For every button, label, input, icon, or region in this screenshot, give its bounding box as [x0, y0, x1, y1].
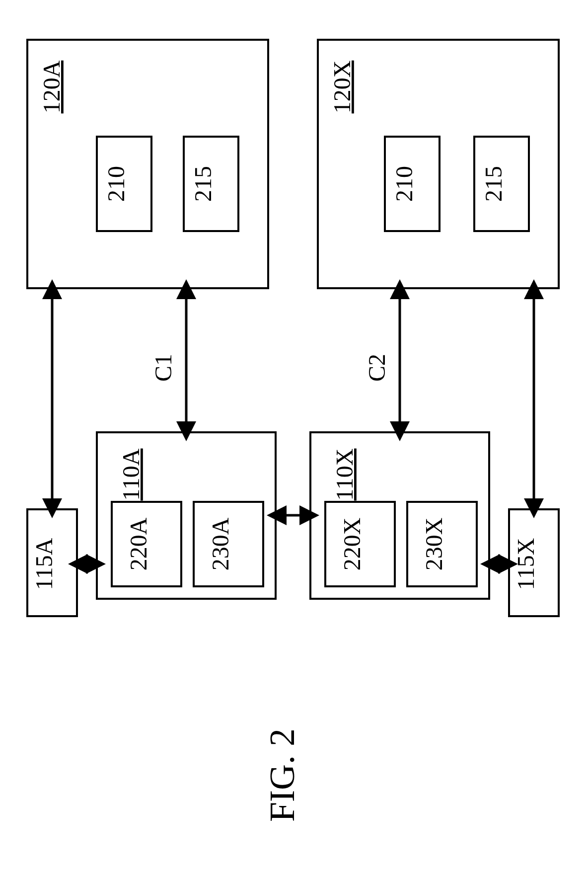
label-215-left: 215 — [190, 166, 216, 202]
label-c2: C2 — [364, 354, 390, 382]
label-210-left: 210 — [103, 166, 129, 202]
label-210-right: 210 — [391, 166, 417, 202]
label-230x: 230X — [421, 518, 447, 571]
label-115a: 115A — [31, 538, 57, 590]
label-220x: 220X — [339, 518, 365, 571]
label-230a: 230A — [207, 517, 233, 570]
label-215-right: 215 — [480, 166, 507, 202]
figure-label: FIG. 2 — [262, 728, 302, 822]
diagram: 120A 210 215 110A 220A 230A 115A C1 120X… — [0, 0, 588, 881]
label-110a: 110A — [118, 448, 144, 500]
label-120a: 120A — [38, 60, 65, 113]
label-220a: 220A — [125, 517, 151, 570]
label-115x: 115X — [513, 538, 539, 590]
label-120x: 120X — [329, 61, 355, 114]
label-110x: 110X — [331, 449, 358, 501]
label-c1: C1 — [150, 354, 176, 382]
